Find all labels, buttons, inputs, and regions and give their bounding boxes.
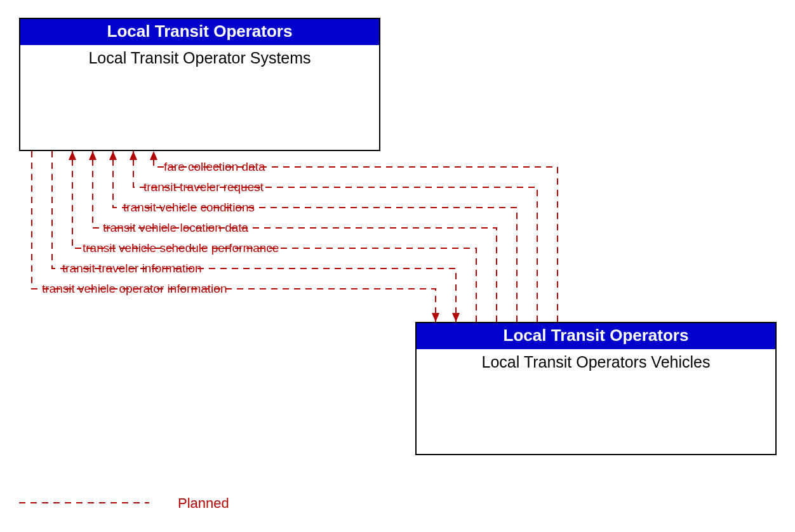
flow-label-transit-vehicle-location-data: transit vehicle location data bbox=[102, 221, 250, 235]
flow-label-fare-collection-data: fare collection data bbox=[163, 160, 267, 174]
svg-marker-1 bbox=[130, 151, 137, 160]
entity-title-top: Local Transit Operator Systems bbox=[20, 45, 379, 67]
entity-header-top: Local Transit Operators bbox=[20, 19, 379, 45]
flow-label-transit-vehicle-operator-information: transit vehicle operator information bbox=[41, 282, 228, 296]
svg-marker-6 bbox=[432, 313, 439, 322]
entity-box-local-transit-operator-systems: Local Transit Operators Local Transit Op… bbox=[19, 18, 380, 151]
svg-marker-3 bbox=[89, 151, 97, 160]
entity-title-bottom: Local Transit Operators Vehicles bbox=[417, 349, 775, 371]
flow-label-transit-traveler-information: transit traveler information bbox=[61, 262, 203, 276]
entity-box-local-transit-operators-vehicles: Local Transit Operators Local Transit Op… bbox=[415, 322, 777, 455]
legend-planned-label: Planned bbox=[178, 495, 229, 512]
svg-marker-0 bbox=[150, 151, 157, 160]
svg-marker-4 bbox=[69, 151, 76, 160]
svg-marker-2 bbox=[109, 151, 117, 160]
flow-label-transit-vehicle-conditions: transit vehicle conditions bbox=[122, 201, 256, 215]
svg-marker-5 bbox=[452, 313, 460, 322]
flow-label-transit-vehicle-schedule-performance: transit vehicle schedule performance bbox=[81, 241, 280, 255]
entity-header-bottom: Local Transit Operators bbox=[417, 323, 775, 349]
flow-label-transit-traveler-request: transit traveler request bbox=[142, 180, 265, 194]
